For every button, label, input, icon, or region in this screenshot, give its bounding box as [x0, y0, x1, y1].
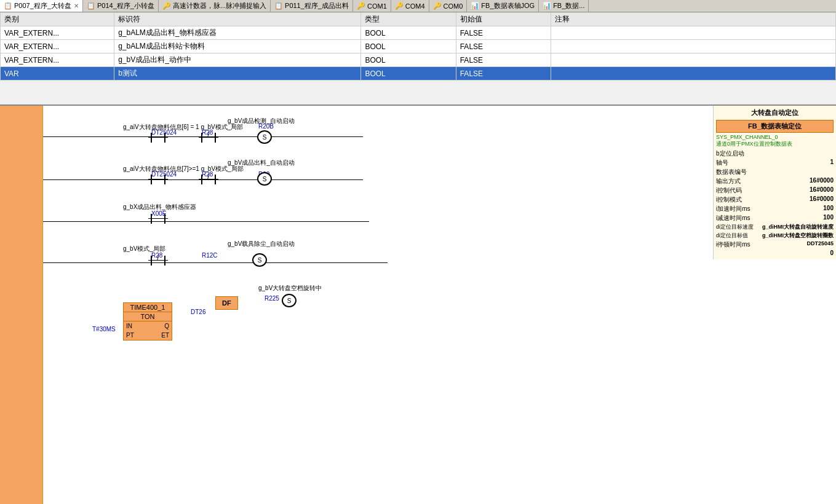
- param-label-7: i减速时间ms: [716, 214, 750, 222]
- label-gv-chengpin-auto-2: g_bV成品出料_自动启动: [228, 159, 295, 167]
- table-row-selected[interactable]: VAR b测试 BOOL FALSE: [1, 67, 836, 81]
- param-val-5: 16#0000: [810, 195, 834, 204]
- param-label-2: 数据表编号: [716, 168, 747, 176]
- tab-label-P014: P014_程序_小转盘: [97, 1, 154, 10]
- tab-icon-FB-JOG: 📊: [471, 2, 479, 10]
- row-datatype-2: BOOL: [361, 40, 456, 53]
- param-label-8: di定位目标速度: [716, 223, 754, 231]
- param-val-1: 1: [830, 159, 834, 167]
- diagram-area[interactable]: g_aiV大转盘物料信息[6] = 1 g_bV模式_局部 DT25024 R2…: [43, 106, 836, 504]
- row-comment-1: [551, 26, 836, 40]
- ton-pt-row: PT ET: [124, 331, 172, 340]
- tab-bar: 📋 P007_程序_大转盘 ✕ 📋 P014_程序_小转盘 🔑 高速计数器，脉.…: [0, 0, 836, 12]
- param-row-5: i控制模式 16#0000: [716, 195, 834, 204]
- tab-label-FB-data: FB_数据...: [553, 1, 584, 10]
- param-label-4: i控制代码: [716, 186, 742, 195]
- ton-block: TIME400_1 TON IN Q PT ET: [123, 302, 172, 341]
- contact-r28-3: /: [151, 256, 165, 266]
- param-label-10: i停顿时间ms: [716, 240, 750, 249]
- param-label-3: 输出方式: [716, 177, 741, 186]
- fb-header: FB_数据表轴定位: [716, 120, 834, 133]
- param-row-10b: 0: [716, 250, 834, 256]
- param-val-10b: 0: [830, 250, 834, 256]
- coil-r12c: S: [252, 253, 267, 267]
- param-label-0: b定位启动: [716, 149, 744, 158]
- label-gv-chengpin-auto: g_bV成品检测_自动启动: [228, 117, 295, 125]
- tab-icon-FB-data: 📊: [543, 2, 551, 10]
- tab-FB-JOG[interactable]: 📊 FB_数据表轴JOG: [467, 0, 539, 12]
- ton-in: IN: [126, 323, 132, 329]
- param-label-6: i加速时间ms: [716, 205, 750, 213]
- table-row[interactable]: VAR_EXTERN... g_bV成品出料_动作中 BOOL FALSE: [1, 53, 836, 67]
- tab-icon-P014: 📋: [87, 2, 95, 10]
- tab-COM4[interactable]: 🔑 COM4: [391, 0, 429, 12]
- param-val-7: 100: [823, 214, 834, 222]
- tab-P007[interactable]: 📋 P007_程序_大转盘 ✕: [0, 0, 83, 12]
- tab-P014[interactable]: 📋 P014_程序_小转盘: [83, 0, 159, 12]
- tab-icon-highspeed: 🔑: [162, 2, 171, 10]
- ton-pt: PT: [126, 332, 134, 339]
- param-row-9: di定位目标值 g_diHMI大转盘空档旋转圈数: [716, 232, 834, 240]
- param-label-5: i控制模式: [716, 195, 742, 204]
- col-header-name: 标识符: [114, 13, 361, 26]
- left-orange-panel: [0, 106, 43, 504]
- tab-icon-P011: 📋: [274, 2, 283, 10]
- param-val-4: 16#0000: [810, 186, 834, 195]
- param-row-3: 输出方式 16#0000: [716, 177, 834, 186]
- row-name-3: g_bV成品出料_动作中: [114, 53, 361, 67]
- tab-icon-COM0: 🔑: [433, 2, 442, 10]
- table-row[interactable]: VAR_EXTERN... g_bALM成品出料_物料感应器 BOOL FALS…: [1, 26, 836, 40]
- coil-r225: S: [282, 294, 297, 307]
- param-row-7: i减速时间ms 100: [716, 214, 834, 222]
- row-name-2: g_bALM成品出料站卡物料: [114, 40, 361, 53]
- var-table-container: 类别 标识符 类型 初始值 注释 VAR_EXTERN... g_bALM成品出…: [0, 12, 836, 106]
- tab-COM0[interactable]: 🔑 COM0: [429, 0, 468, 12]
- tab-label-COM1: COM1: [367, 2, 387, 10]
- row-type-3: VAR_EXTERN...: [1, 53, 114, 67]
- param-row-10: i停顿时间ms DDT25045: [716, 240, 834, 249]
- param-val-3: 16#0000: [810, 177, 834, 186]
- tab-P011[interactable]: 📋 P011_程序_成品出料: [271, 0, 353, 12]
- row-datatype-3: BOOL: [361, 53, 456, 67]
- tab-label-FB-JOG: FB_数据表轴JOG: [481, 1, 535, 10]
- tab-icon-COM4: 🔑: [395, 2, 404, 10]
- label-gv-zaijucheng: g_bV载具除尘_自动启动: [228, 240, 295, 248]
- tab-highspeed[interactable]: 🔑 高速计数器，脉...脉冲捕捉输入: [159, 0, 271, 12]
- label-row1-condition: g_aiV大转盘物料信息[6] = 1 g_bV模式_局部: [123, 123, 243, 132]
- df-block: DF: [215, 296, 238, 310]
- row-comment-2: [551, 40, 836, 53]
- param-row-6: i加速时间ms 100: [716, 205, 834, 213]
- bus-line-3: [43, 221, 369, 222]
- contact-2: [151, 175, 165, 184]
- tab-icon-P007: 📋: [4, 2, 12, 10]
- tab-COM1[interactable]: 🔑 COM1: [353, 0, 391, 12]
- row-name-1: g_bALM成品出料_物料感应器: [114, 26, 361, 40]
- tab-close-P007[interactable]: ✕: [74, 2, 79, 9]
- tab-icon-COM1: 🔑: [357, 2, 365, 10]
- row-name-4: b测试: [114, 67, 361, 81]
- row-init-1: FALSE: [456, 26, 551, 40]
- ton-name: TIME400_1: [124, 303, 172, 312]
- channel-label: SYS_PMX_CHANNEL_0: [716, 134, 834, 140]
- table-row[interactable]: VAR_EXTERN... g_bALM成品出料站卡物料 BOOL FALSE: [1, 40, 836, 53]
- contact-r28-1: /: [201, 133, 216, 143]
- row-type-2: VAR_EXTERN...: [1, 40, 114, 53]
- contact-r28-2: /: [201, 175, 216, 184]
- param-label-1: 轴号: [716, 159, 728, 167]
- tab-FB-data[interactable]: 📊 FB_数据...: [539, 0, 589, 12]
- param-row-8: di定位目标速度 g_diHMI大转盘自动旋转速度: [716, 223, 834, 231]
- tab-label-COM4: COM4: [405, 2, 425, 10]
- ton-et: ET: [161, 332, 169, 339]
- channel-info: SYS_PMX_CHANNEL_0 通道0用于PMX位置控制数据表: [716, 134, 834, 148]
- param-val-6: 100: [823, 205, 834, 213]
- ton-body: IN Q: [124, 321, 172, 331]
- tab-label-COM0: COM0: [444, 2, 463, 10]
- tab-label-highspeed: 高速计数器，脉...脉冲捕捉输入: [173, 1, 266, 10]
- ladder-diagram: g_aiV大转盘物料信息[6] = 1 g_bV模式_局部 DT25024 R2…: [43, 106, 836, 504]
- label-dt26: DT26: [191, 309, 205, 315]
- contact-1: [151, 133, 165, 143]
- label-r12c: R12C: [202, 252, 218, 259]
- row-init-2: FALSE: [456, 40, 551, 53]
- row-comment-3: [551, 53, 836, 67]
- tab-label-P011: P011_程序_成品出料: [285, 1, 349, 10]
